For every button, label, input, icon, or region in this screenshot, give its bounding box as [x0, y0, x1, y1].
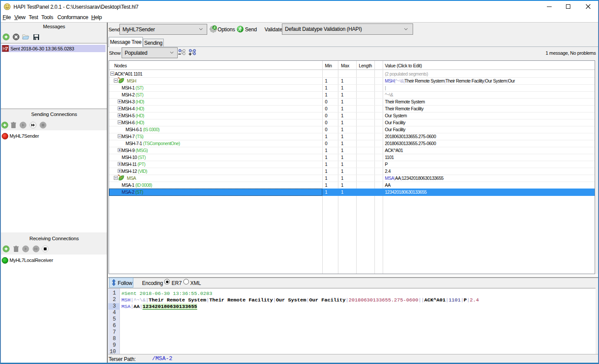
svg-text:7: 7: [5, 46, 8, 51]
